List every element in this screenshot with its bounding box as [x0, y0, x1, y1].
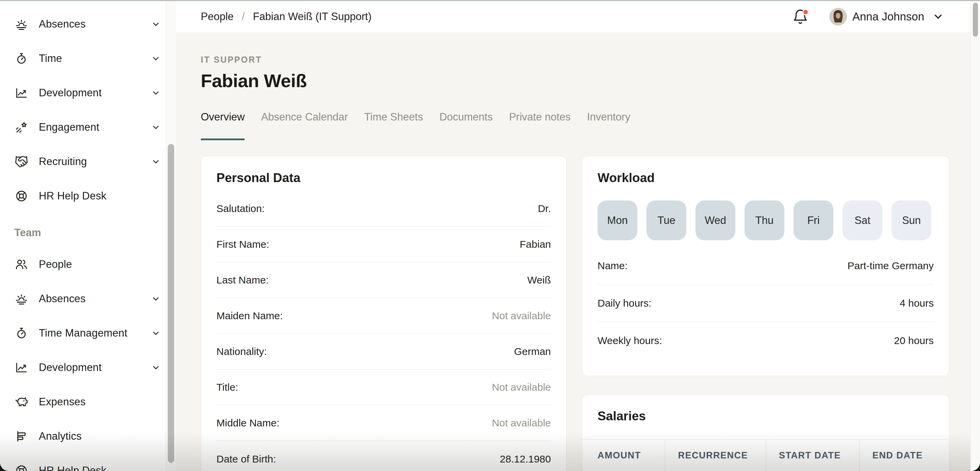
- chevron-down-icon: [151, 363, 161, 372]
- sunrise-icon: [14, 17, 29, 31]
- chevron-down-icon: [151, 328, 161, 338]
- sidebar-item-label: Absences: [39, 293, 86, 305]
- chevron-down-icon: [151, 53, 161, 64]
- day-chip-wed[interactable]: Wed: [695, 200, 735, 240]
- sidebar-item-team-hr-help-desk[interactable]: HR Help Desk: [0, 453, 176, 471]
- workload-card: Workload Mon Tue Wed Thu Fri Sat Sun Nam…: [582, 156, 950, 376]
- sidebar-item-time-management[interactable]: Time Management: [0, 316, 176, 350]
- table-row: Title: Not available: [216, 369, 551, 405]
- sidebar-main-nav: Absences Time Development: [0, 1, 176, 471]
- sidebar-item-label: HR Help Desk: [39, 465, 107, 471]
- table-row: Daily hours: 4 hours: [598, 285, 934, 322]
- sunrise-icon: [14, 292, 29, 306]
- shooting-star-icon: [14, 120, 29, 134]
- sidebar-item-label: HR Help Desk: [39, 190, 107, 202]
- handshake-icon: [14, 154, 29, 169]
- sidebar-item-label: Time: [39, 53, 62, 65]
- workload-day-chips: Mon Tue Wed Thu Fri Sat Sun: [598, 200, 934, 240]
- breadcrumb-separator: /: [242, 11, 245, 23]
- sidebar-item-time[interactable]: Time: [0, 41, 176, 76]
- user-avatar[interactable]: [829, 8, 847, 25]
- column-header-end-date: END DATE: [859, 440, 949, 471]
- table-row: Weekly hours: 20 hours: [598, 322, 934, 360]
- column-header-recurrence: RECURRENCE: [665, 440, 765, 471]
- user-name[interactable]: Anna Johnson: [853, 10, 924, 23]
- day-chip-sat[interactable]: Sat: [843, 200, 882, 240]
- table-row: Maiden Name: Not available: [216, 298, 551, 334]
- bar-rows-icon: [14, 429, 29, 444]
- main-content: IT SUPPORT Fabian Weiß Overview Absence …: [176, 32, 970, 471]
- tab-private-notes[interactable]: Private notes: [509, 111, 571, 140]
- trend-chart-icon: [14, 360, 29, 375]
- sidebar-item-hr-help-desk[interactable]: HR Help Desk: [0, 179, 176, 213]
- sidebar-item-analytics[interactable]: Analytics: [0, 419, 176, 453]
- sidebar-scrollbar-track: [166, 1, 176, 471]
- sidebar-item-people[interactable]: People: [0, 247, 176, 282]
- notifications-button[interactable]: [792, 8, 808, 25]
- tab-absence-calendar[interactable]: Absence Calendar: [261, 111, 348, 140]
- page-title: Fabian Weiß: [201, 70, 950, 92]
- sidebar-item-development[interactable]: Development: [0, 76, 176, 110]
- sidebar-team-nav: People Absences Time Management: [0, 247, 176, 471]
- sidebar-item-label: Expenses: [39, 396, 86, 408]
- sidebar-item-team-absences[interactable]: Absences: [0, 282, 176, 316]
- card-title: Salaries: [598, 409, 934, 424]
- day-chip-thu[interactable]: Thu: [745, 200, 784, 240]
- app-window: Absences Time Development: [0, 0, 980, 471]
- stopwatch-icon: [14, 326, 29, 341]
- sidebar-item-expenses[interactable]: Expenses: [0, 385, 176, 419]
- tab-documents[interactable]: Documents: [439, 111, 493, 140]
- profile-tabs: Overview Absence Calendar Time Sheets Do…: [201, 111, 950, 140]
- people-icon: [14, 257, 29, 272]
- tab-overview[interactable]: Overview: [201, 111, 245, 140]
- tab-time-sheets[interactable]: Time Sheets: [364, 111, 423, 140]
- day-chip-tue[interactable]: Tue: [646, 200, 686, 240]
- breadcrumb-current: Fabian Weiß (IT Support): [253, 11, 372, 23]
- salaries-table-header: AMOUNT RECURRENCE START DATE END DATE: [582, 440, 949, 471]
- sidebar-item-label: Analytics: [39, 430, 82, 442]
- table-row: Middle Name: Not available: [216, 405, 551, 441]
- notification-dot: [802, 9, 809, 15]
- day-chip-sun[interactable]: Sun: [891, 200, 931, 240]
- topbar: People / Fabian Weiß (IT Support) Anna J…: [176, 1, 970, 32]
- table-row: Name: Part-time Germany: [598, 247, 934, 285]
- sidebar-item-recruiting[interactable]: Recruiting: [0, 144, 176, 179]
- chevron-down-icon[interactable]: [932, 11, 944, 22]
- chevron-down-icon: [151, 88, 161, 98]
- salaries-card: Salaries AMOUNT RECURRENCE START DATE EN…: [582, 395, 950, 471]
- chevron-down-icon: [151, 19, 161, 29]
- sidebar: Absences Time Development: [0, 1, 176, 471]
- day-chip-fri[interactable]: Fri: [794, 200, 833, 240]
- overview-content: Personal Data Salutation: Dr. First Name…: [201, 156, 950, 471]
- sidebar-item-absences[interactable]: Absences: [0, 7, 176, 41]
- breadcrumb: People / Fabian Weiß (IT Support): [201, 11, 372, 23]
- card-title: Workload: [598, 170, 934, 186]
- piggy-bank-icon: [14, 395, 29, 409]
- card-title: Personal Data: [216, 170, 551, 186]
- sidebar-item-label: Recruiting: [39, 156, 87, 168]
- employee-department: IT SUPPORT: [201, 54, 950, 65]
- tab-inventory[interactable]: Inventory: [587, 111, 630, 140]
- sidebar-item-label: Development: [39, 87, 102, 99]
- sidebar-item-label: Engagement: [39, 121, 99, 134]
- sidebar-item-team-development[interactable]: Development: [0, 350, 176, 385]
- sidebar-item-engagement[interactable]: Engagement: [0, 110, 176, 144]
- page-scrollbar-thumb[interactable]: [973, 3, 978, 37]
- sidebar-scrollbar-thumb[interactable]: [168, 144, 174, 463]
- day-chip-mon[interactable]: Mon: [598, 200, 637, 240]
- life-buoy-icon: [14, 189, 29, 203]
- table-row: Nationality: German: [216, 334, 551, 369]
- sidebar-section-team: Team: [0, 223, 176, 242]
- page-scrollbar-track: [970, 1, 980, 471]
- stopwatch-icon: [14, 51, 29, 66]
- chevron-down-icon: [151, 294, 161, 304]
- breadcrumb-people-link[interactable]: People: [201, 11, 234, 23]
- workload-rows: Name: Part-time Germany Daily hours: 4 h…: [598, 247, 934, 360]
- table-row: Date of Birth: 28.12.1980: [216, 441, 551, 471]
- sidebar-item-label: People: [39, 258, 72, 271]
- chevron-down-icon: [151, 156, 161, 167]
- sidebar-item-label: Time Management: [39, 327, 127, 339]
- table-row: Salutation: Dr.: [216, 191, 551, 227]
- sidebar-item-label: Absences: [39, 18, 86, 30]
- column-header-amount: AMOUNT: [582, 440, 665, 471]
